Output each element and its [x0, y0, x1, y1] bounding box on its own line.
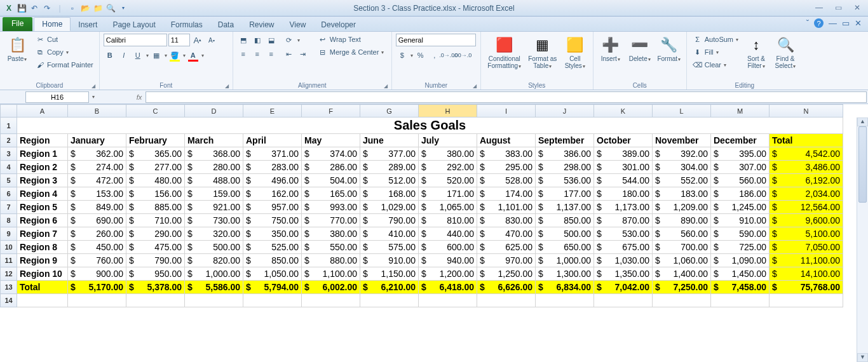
col-header-B[interactable]: B	[68, 105, 126, 117]
data-cell[interactable]: $528.00	[477, 174, 536, 187]
data-cell[interactable]: $1,000.00	[185, 267, 243, 281]
data-cell[interactable]: $159.00	[185, 187, 243, 201]
data-cell[interactable]: $301.00	[594, 161, 653, 174]
data-cell[interactable]: $950.00	[126, 267, 185, 281]
window-min-icon[interactable]: —	[829, 18, 837, 28]
data-cell[interactable]: $790.00	[360, 214, 419, 227]
col-header-C[interactable]: C	[126, 105, 185, 117]
tab-page-layout[interactable]: Page Layout	[105, 18, 163, 31]
row-header-11[interactable]: 11	[1, 254, 17, 267]
data-cell[interactable]: $472.00	[68, 174, 126, 187]
empty-cell[interactable]	[126, 294, 185, 307]
empty-cell[interactable]	[770, 294, 843, 307]
tab-review[interactable]: Review	[241, 18, 281, 31]
data-cell[interactable]: $171.00	[419, 187, 477, 201]
name-box[interactable]	[25, 91, 89, 103]
col-header-K[interactable]: K	[594, 105, 653, 117]
data-cell[interactable]: $186.00	[711, 187, 770, 201]
row-header-5[interactable]: 5	[1, 174, 17, 187]
format-cells-button[interactable]: 🔧Format▾	[656, 34, 682, 64]
empty-cell[interactable]	[68, 294, 126, 307]
clipboard-dialog-icon[interactable]: ◢	[92, 83, 95, 89]
underline-button[interactable]: U	[132, 49, 144, 62]
formula-input[interactable]	[146, 91, 867, 103]
data-cell[interactable]: $600.00	[419, 241, 477, 254]
col-header-E[interactable]: E	[243, 105, 302, 117]
close-icon[interactable]: ✕	[850, 3, 864, 13]
empty-cell[interactable]	[594, 294, 653, 307]
font-size-input[interactable]	[168, 34, 190, 46]
align-top-icon[interactable]: ⬒	[237, 34, 250, 46]
data-cell[interactable]: $590.00	[711, 227, 770, 241]
decrease-indent-icon[interactable]: ⇤	[283, 48, 295, 60]
data-cell[interactable]: $810.00	[419, 214, 477, 227]
data-cell[interactable]: $374.00	[302, 147, 360, 161]
namebox-dd-icon[interactable]: ▾	[92, 94, 95, 100]
data-cell[interactable]: $1,065.00	[419, 201, 477, 214]
data-cell[interactable]: $168.00	[360, 187, 419, 201]
data-cell[interactable]: $750.00	[243, 214, 302, 227]
print-preview-icon[interactable]: 🔍	[105, 3, 116, 13]
conditional-formatting-button[interactable]: 🟥Conditional Formatting▾	[485, 34, 524, 71]
data-cell[interactable]: $362.00	[68, 147, 126, 161]
tab-developer[interactable]: Developer	[313, 18, 363, 31]
data-cell[interactable]: $560.00	[653, 227, 711, 241]
data-cell[interactable]: $289.00	[360, 161, 419, 174]
scroll-down-icon[interactable]: ▼	[857, 353, 868, 362]
data-cell[interactable]: $1,090.00	[711, 254, 770, 267]
row-header-2[interactable]: 2	[1, 134, 17, 147]
increase-indent-icon[interactable]: ⇥	[297, 48, 309, 60]
font-color-icon[interactable]: A	[187, 49, 200, 62]
data-cell[interactable]: $957.00	[243, 201, 302, 214]
data-cell[interactable]: $290.00	[126, 227, 185, 241]
tab-formulas[interactable]: Formulas	[163, 18, 210, 31]
data-cell[interactable]: $675.00	[594, 241, 653, 254]
minimize-ribbon-icon[interactable]: ˇ	[806, 18, 809, 28]
data-cell[interactable]: $377.00	[360, 147, 419, 161]
data-cell[interactable]: $690.00	[68, 214, 126, 227]
data-cell[interactable]: $274.00	[68, 161, 126, 174]
data-cell[interactable]: $560.00	[711, 174, 770, 187]
data-cell[interactable]: $304.00	[653, 161, 711, 174]
data-cell[interactable]: $1,209.00	[653, 201, 711, 214]
data-cell[interactable]: $395.00	[711, 147, 770, 161]
tab-file[interactable]: File	[3, 17, 32, 31]
data-cell[interactable]: $725.00	[711, 241, 770, 254]
data-cell[interactable]: $850.00	[243, 254, 302, 267]
data-cell[interactable]: $1,100.00	[302, 267, 360, 281]
data-cell[interactable]: $1,030.00	[594, 254, 653, 267]
data-cell[interactable]: $900.00	[68, 267, 126, 281]
data-cell[interactable]: $280.00	[185, 161, 243, 174]
col-header-D[interactable]: D	[185, 105, 243, 117]
insert-cells-button[interactable]: ➕Insert▾	[597, 34, 624, 64]
save-icon[interactable]: 💾	[17, 3, 27, 13]
row-header-7[interactable]: 7	[1, 201, 17, 214]
align-bottom-icon[interactable]: ⬓	[265, 34, 278, 46]
find-select-button[interactable]: 🔍Find & Select▾	[772, 34, 799, 71]
data-cell[interactable]: $480.00	[126, 174, 185, 187]
data-cell[interactable]: $849.00	[68, 201, 126, 214]
data-cell[interactable]: $880.00	[302, 254, 360, 267]
data-cell[interactable]: $850.00	[536, 214, 594, 227]
data-cell[interactable]: $544.00	[594, 174, 653, 187]
data-cell[interactable]: $700.00	[653, 241, 711, 254]
data-cell[interactable]: $512.00	[360, 174, 419, 187]
data-cell[interactable]: $885.00	[126, 201, 185, 214]
data-cell[interactable]: $550.00	[302, 241, 360, 254]
data-cell[interactable]: $153.00	[68, 187, 126, 201]
data-cell[interactable]: $625.00	[477, 241, 536, 254]
row-header-1[interactable]: 1	[1, 117, 17, 134]
minimize-icon[interactable]: —	[812, 3, 826, 13]
fill-color-icon[interactable]: 🪣	[168, 49, 181, 62]
help-icon[interactable]: ?	[814, 18, 824, 28]
empty-cell[interactable]	[360, 294, 419, 307]
data-cell[interactable]: $890.00	[653, 214, 711, 227]
col-header-G[interactable]: G	[360, 105, 419, 117]
font-name-input[interactable]	[104, 34, 167, 46]
scroll-up-icon[interactable]: ▲	[857, 117, 868, 126]
data-cell[interactable]: $1,200.00	[419, 267, 477, 281]
data-cell[interactable]: $910.00	[711, 214, 770, 227]
data-cell[interactable]: $156.00	[126, 187, 185, 201]
data-cell[interactable]: $504.00	[302, 174, 360, 187]
data-cell[interactable]: $320.00	[185, 227, 243, 241]
